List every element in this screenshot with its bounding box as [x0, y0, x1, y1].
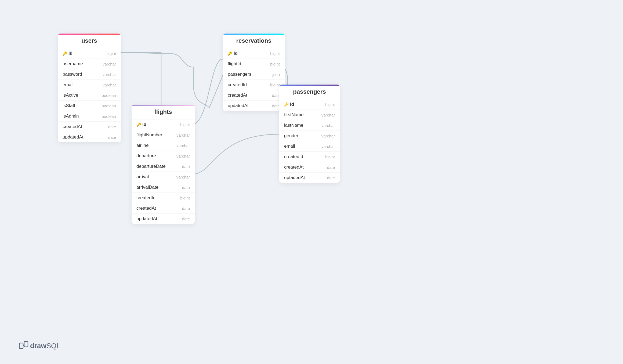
table-row: isActive boolean — [58, 90, 121, 101]
logo-text: drawSQL — [30, 342, 60, 350]
table-row: departure varchar — [132, 151, 195, 161]
table-row: isAdmin boolean — [58, 111, 121, 122]
table-row: email varchar — [279, 141, 340, 152]
table-row: createdId bigint — [279, 152, 340, 162]
table-row: updatedAt date — [223, 101, 285, 111]
table-row: createdId bigint — [223, 80, 285, 90]
table-row: arrival varchar — [132, 172, 195, 182]
table-row: updatedAt date — [132, 214, 195, 224]
table-row: passengers json — [223, 69, 285, 80]
table-row: createdAt date — [223, 90, 285, 101]
table-row: 🔑 id bigint — [223, 48, 285, 59]
table-reservations-header: reservations — [223, 34, 285, 48]
table-row: flightId bigint — [223, 59, 285, 69]
table-row: arrivalDate date — [132, 182, 195, 193]
table-passengers-header: passengers — [279, 85, 340, 99]
table-row: gender varchar — [279, 131, 340, 141]
canvas: users 🔑 id bigint username varchar passw… — [0, 0, 623, 364]
key-icon: 🔑 — [228, 51, 232, 56]
table-row: username varchar — [58, 59, 121, 69]
table-row: 🔑 id bigint — [279, 99, 340, 110]
table-row: createdId bigint — [132, 193, 195, 203]
table-row: 🔑 id bigint — [132, 119, 195, 130]
table-row: isStaff boolean — [58, 101, 121, 111]
key-icon: 🔑 — [63, 51, 67, 56]
table-users-header: users — [58, 34, 121, 48]
logo: drawSQL — [19, 341, 60, 351]
table-flights-header: flights — [132, 105, 195, 119]
table-row: createdAt date — [279, 162, 340, 173]
table-row: createdAt date — [132, 203, 195, 214]
table-row: uptadedAt date — [279, 173, 340, 183]
svg-rect-1 — [24, 341, 28, 347]
table-users[interactable]: users 🔑 id bigint username varchar passw… — [58, 34, 121, 142]
logo-icon — [19, 341, 28, 351]
table-row: lastName varchar — [279, 120, 340, 131]
table-row: filghtNumber varchar — [132, 130, 195, 140]
table-row: password varchar — [58, 69, 121, 80]
table-row: firstName varchar — [279, 110, 340, 120]
svg-rect-0 — [19, 343, 23, 348]
table-row: createdAt date — [58, 122, 121, 132]
table-row: email varchar — [58, 80, 121, 90]
table-flights[interactable]: flights 🔑 id bigint filghtNumber varchar… — [132, 105, 195, 224]
table-row: 🔑 id bigint — [58, 48, 121, 59]
table-reservations[interactable]: reservations 🔑 id bigint flightId bigint… — [223, 34, 285, 111]
table-row: departureDate date — [132, 161, 195, 172]
table-row: updatedAt date — [58, 132, 121, 142]
key-icon: 🔑 — [284, 102, 288, 107]
table-passengers[interactable]: passengers 🔑 id bigint firstName varchar… — [279, 85, 340, 183]
key-icon: 🔑 — [136, 122, 141, 127]
table-row: airline varchar — [132, 140, 195, 151]
